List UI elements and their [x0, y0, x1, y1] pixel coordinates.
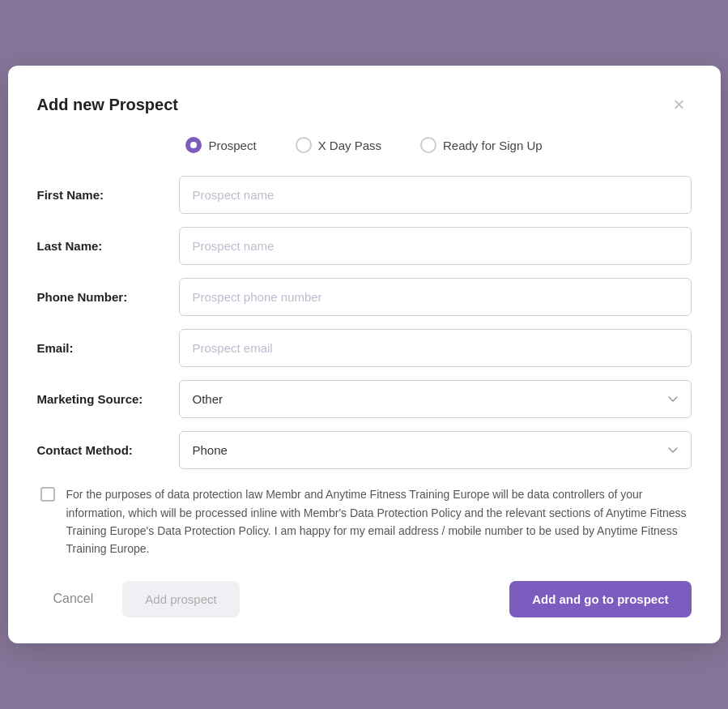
consent-checkbox[interactable]: [40, 487, 55, 502]
first-name-label: First Name:: [37, 188, 179, 202]
close-button[interactable]: ×: [666, 92, 691, 117]
radio-xdaypass[interactable]: X Day Pass: [296, 137, 381, 153]
radio-label-xdaypass: X Day Pass: [318, 139, 381, 152]
radio-circle-prospect: [185, 137, 202, 153]
marketing-source-select[interactable]: Other Facebook Google Walk In Referral W…: [179, 380, 692, 418]
first-name-input[interactable]: [179, 176, 692, 214]
phone-row: Phone Number:: [37, 278, 692, 316]
add-and-go-button[interactable]: Add and go to prospect: [509, 581, 691, 617]
add-prospect-button[interactable]: Add prospect: [122, 581, 239, 617]
phone-label: Phone Number:: [37, 290, 179, 304]
first-name-row: First Name:: [37, 176, 692, 214]
last-name-input[interactable]: [179, 227, 692, 265]
cancel-button[interactable]: Cancel: [37, 582, 110, 616]
phone-input[interactable]: [179, 278, 692, 316]
email-label: Email:: [37, 341, 179, 355]
contact-method-row: Contact Method: Phone Email SMS In Perso…: [37, 431, 692, 469]
modal-dialog: Add new Prospect × Prospect X Day Pass R…: [8, 66, 721, 643]
modal-title: Add new Prospect: [37, 96, 178, 114]
consent-row: For the purposes of data protection law …: [37, 485, 692, 558]
consent-text: For the purposes of data protection law …: [66, 485, 692, 558]
modal-overlay: Add new Prospect × Prospect X Day Pass R…: [0, 0, 728, 709]
modal-footer: Cancel Add prospect Add and go to prospe…: [37, 581, 692, 617]
radio-label-ready-signup: Ready for Sign Up: [443, 139, 543, 152]
email-input[interactable]: [179, 329, 692, 367]
modal-header: Add new Prospect ×: [37, 92, 692, 117]
last-name-label: Last Name:: [37, 239, 179, 253]
radio-circle-ready-signup: [420, 137, 436, 153]
radio-prospect[interactable]: Prospect: [185, 137, 256, 153]
last-name-row: Last Name:: [37, 227, 692, 265]
email-row: Email:: [37, 329, 692, 367]
marketing-source-row: Marketing Source: Other Facebook Google …: [37, 380, 692, 418]
contact-method-label: Contact Method:: [37, 443, 179, 457]
radio-ready-signup[interactable]: Ready for Sign Up: [420, 137, 543, 153]
marketing-source-label: Marketing Source:: [37, 392, 179, 406]
contact-method-select[interactable]: Phone Email SMS In Person: [179, 431, 692, 469]
radio-label-prospect: Prospect: [208, 139, 256, 152]
type-radio-group: Prospect X Day Pass Ready for Sign Up: [37, 137, 692, 153]
radio-circle-xdaypass: [296, 137, 312, 153]
